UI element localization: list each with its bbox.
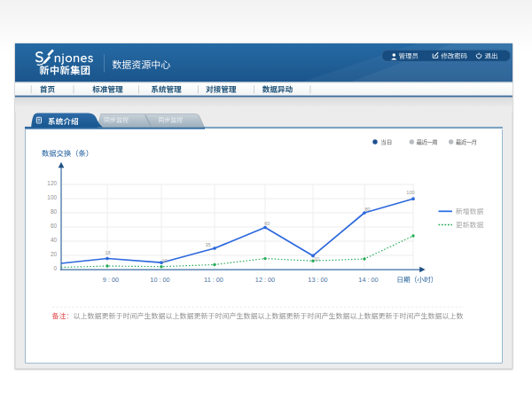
svg-text:100: 100 [47,194,57,200]
svg-text:20: 20 [51,251,58,257]
svg-text:60: 60 [264,221,270,226]
svg-text:80: 80 [51,208,58,215]
svg-text:14 : 00: 14 : 00 [358,276,378,284]
svg-text:9 : 00: 9 : 00 [103,276,119,284]
svg-text:13 : 00: 13 : 00 [308,276,327,284]
svg-text:10: 10 [161,258,167,263]
svg-text:10 : 00: 10 : 00 [150,276,169,284]
svg-text:35: 35 [205,242,210,247]
svg-text:10: 10 [314,256,319,262]
svg-text:60: 60 [51,223,58,229]
svg-text:80: 80 [364,207,370,212]
svg-text:100: 100 [406,190,414,195]
svg-text:40: 40 [51,237,58,243]
svg-text:11 : 00: 11 : 00 [204,276,223,284]
svg-text:0: 0 [53,265,57,271]
svg-text:18: 18 [105,250,110,255]
svg-text:12 : 00: 12 : 00 [255,276,275,284]
svg-text:120: 120 [47,180,57,186]
